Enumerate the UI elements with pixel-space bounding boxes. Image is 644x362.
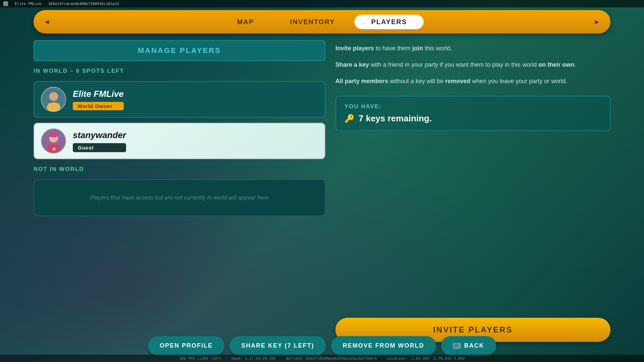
nav-right-arrow[interactable]: ► [590,15,604,28]
nav-container: ◄ MAP INVENTORY PLAYERS ► [34,10,610,34]
share-key-strong: Share a key [335,61,369,68]
join-strong: join [412,45,423,52]
bottom-buttons: OPEN PROFILE SHARE KEY (7 LEFT) REMOVE F… [34,336,610,355]
invite-players-strong: Invite players [335,45,374,52]
right-panel: Invite players to have them join this wo… [335,40,610,342]
key-icon: 🔑 [344,114,355,123]
invite-info: Invite players to have them join this wo… [335,44,610,53]
fps-display: 106 FPS [↓103 ↑107] [179,356,221,361]
open-profile-button[interactable]: OPEN PROFILE [148,336,224,355]
player-card-stanywander[interactable]: ⭐ stanywander Guest [34,123,325,159]
svg-rect-4 [48,103,59,110]
manage-players-header: MANAGE PLAYERS [34,40,325,61]
nav-tabs: MAP INVENTORY PLAYERS [57,15,587,29]
player-info-stanywander: stanywander Guest [73,130,126,152]
top-bar: Elite FMLive 168a14fcdcde4b488b7390936c1… [0,0,644,7]
not-in-world-label: NOT IN WORLD [34,164,325,174]
avatar-stanywander: ⭐ [41,128,66,154]
back-button[interactable]: 🎮 BACK [441,336,496,355]
left-panel: MANAGE PLAYERS IN WORLD – 6 SPOTS LEFT E… [34,40,325,342]
location-display: Location: -1,65,945 -2,79,939 4,002 [387,356,465,361]
removed-strong: removed [445,78,470,84]
player-name-stanywander: stanywander [73,130,126,140]
seed-display: Seed: 1,17,93,89,385 [231,356,276,361]
main-content: MANAGE PLAYERS IN WORLD – 6 SPOTS LEFT E… [34,40,610,342]
svg-point-3 [49,92,58,101]
status-bar: 106 FPS [↓103 ↑107] Seed: 1,17,93,89,385… [0,355,644,362]
nav-left-arrow[interactable]: ◄ [40,15,54,28]
back-controller-icon: 🎮 [453,343,461,349]
app-name: Elite FMLive [15,2,41,6]
player-name-elite: Elite FMLive [73,89,124,99]
tab-map[interactable]: MAP [220,15,271,29]
remove-from-world-button[interactable]: REMOVE FROM WORLD [331,336,436,355]
guest-badge: Guest [73,143,126,152]
player-info-elite: Elite FMLive World Owner [73,89,124,110]
session-id: 168a14fcdcde4b488b7390936c183a31 [48,2,119,6]
on-their-own-strong: on their own [538,61,574,68]
manage-players-title: MANAGE PLAYERS [138,46,221,55]
all-party-strong: All party members [335,78,388,84]
keys-label: YOU HAVE: [344,103,601,110]
keys-box: YOU HAVE: 🔑 7 keys remaining. [335,96,610,131]
tab-players[interactable]: PLAYERS [355,15,424,29]
tab-inventory[interactable]: INVENTORY [273,15,352,29]
not-in-world-placeholder: Players that have access but are not cur… [90,194,269,201]
back-label: BACK [464,342,484,349]
keys-remaining-text: 7 keys remaining. [359,113,432,124]
svg-point-9 [49,132,58,137]
party-info: All party members without a key will be … [335,76,610,86]
world-id-display: WorldID: 0dd2fc05d9ba4b2596ea26a3eef5b67… [286,356,377,361]
app-icon [3,1,8,6]
not-in-world-panel: Players that have access but are not cur… [34,179,325,216]
owner-badge: World Owner [73,102,124,110]
share-key-button[interactable]: SHARE KEY (7 LEFT) [229,336,326,355]
in-world-label: IN WORLD – 6 SPOTS LEFT [34,66,325,76]
share-key-info: Share a key with a friend in your party … [335,60,610,70]
svg-text:⭐: ⭐ [52,147,56,151]
keys-count: 🔑 7 keys remaining. [344,113,601,124]
player-card-elite[interactable]: Elite FMLive World Owner [34,81,325,118]
avatar-elite [41,87,66,112]
